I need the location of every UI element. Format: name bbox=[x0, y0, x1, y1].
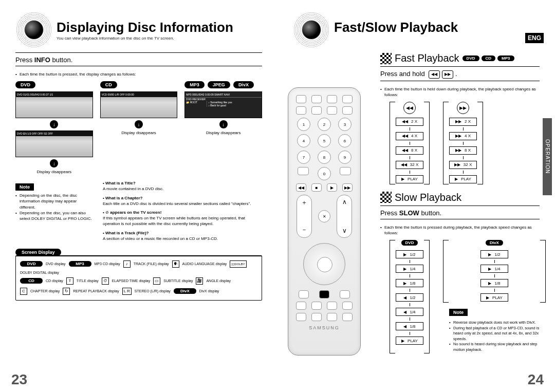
press-slow-instruction: Press SLOW button. bbox=[380, 209, 540, 217]
forward-icon: ▶▶ bbox=[442, 70, 453, 79]
channel-rocker: ∧∨ bbox=[337, 195, 352, 238]
display-disappears: Display disappears bbox=[15, 170, 93, 174]
fast-playback-heading: Fast Playback DVD CD MP3 bbox=[380, 52, 540, 64]
operation-tab: OPERATION bbox=[543, 118, 552, 195]
badge-dvd: DVD bbox=[462, 55, 479, 61]
checker-icon bbox=[380, 192, 392, 203]
press-info-instruction: Press INFO button. bbox=[15, 56, 262, 64]
forward-circle-icon: ▶▶ bbox=[457, 102, 469, 114]
press-hold-instruction: Press and hold ◀◀ ▶▶ . bbox=[380, 70, 540, 79]
title-icon: T bbox=[66, 277, 73, 285]
badge-dvd: DVD bbox=[15, 81, 35, 88]
clock-icon: ⏱ bbox=[102, 277, 109, 285]
screen-display-legend: DVDDVD display MP3MP3 CD display ♪TRACK … bbox=[15, 255, 262, 301]
down-arrow-icon: ↓ bbox=[50, 159, 58, 167]
press-note: Each time the button is pressed, the dis… bbox=[15, 71, 262, 77]
slow-note-items: Reverse slow playback does not work with… bbox=[449, 320, 540, 352]
chapter-icon: C bbox=[20, 288, 27, 295]
right-header: Fast/Slow Playback bbox=[293, 14, 540, 48]
page-number-right: 24 bbox=[528, 371, 544, 388]
definitions: • What is a Title?A movie contained in a… bbox=[103, 179, 262, 245]
page-number-left: 23 bbox=[11, 371, 27, 388]
left-subtitle: You can view playback information on the… bbox=[57, 36, 233, 41]
left-note-items: Depending on the disc, the disc informat… bbox=[15, 193, 92, 221]
fast-rate-diagram: ◀◀ ◀◀2 X ◀◀4 X ◀◀8 X ◀◀32 X ▶PLAY ▶▶ ▶▶2… bbox=[396, 102, 540, 183]
angle-icon: 🎥 bbox=[196, 277, 203, 285]
slow-rate-diagram: DVD ▶1/2 ▶1/4 ▶1/8 ◀1/2 ◀1/4 ◀1/8 ▶PLAY bbox=[396, 240, 540, 352]
rewind-icon: ◀◀ bbox=[429, 70, 440, 79]
slow-playback-heading: Slow Playback bbox=[380, 192, 540, 203]
speaker-icon bbox=[15, 11, 52, 48]
remote-button bbox=[327, 95, 337, 103]
right-title: Fast/Slow Playback bbox=[334, 21, 458, 34]
col-cd: CD VCD 00/00 L/R OFF 0:00:00 ↓ Display d… bbox=[100, 81, 178, 174]
title-rule bbox=[15, 52, 262, 53]
down-arrow-icon: ↓ bbox=[135, 120, 143, 128]
left-header: Displaying Disc Information You can view… bbox=[15, 14, 262, 48]
track-icon: ♪ bbox=[123, 260, 131, 268]
down-arrow-icon: ↓ bbox=[50, 120, 58, 128]
badge-divx: DivX bbox=[486, 240, 503, 246]
down-arrow-icon: ↓ bbox=[219, 120, 228, 128]
screen-mp3: MP3 0001/0042 0:00:09 SMART NAVI DVD REC… bbox=[184, 91, 262, 118]
badge-dvd: DVD bbox=[401, 240, 418, 246]
lr-icon: L R bbox=[122, 288, 132, 295]
screen-dvd-2: DVD EN 1/3 OFF OFF/ 02 OFF bbox=[15, 130, 93, 157]
screen-cd: VCD 00/00 L/R OFF 0:00:00 bbox=[100, 91, 178, 118]
badge-cd: CD bbox=[100, 81, 117, 88]
remote-button bbox=[342, 95, 353, 103]
language-badge: ENG bbox=[525, 33, 544, 43]
audio-icon: 🗣 bbox=[172, 260, 179, 268]
badge-mp3: MP3 bbox=[497, 55, 514, 61]
repeat-icon: ↻ bbox=[63, 288, 70, 295]
volume-rocker: ＋－ bbox=[297, 195, 312, 238]
left-title: Displaying Disc Information bbox=[57, 21, 233, 34]
subtitle-icon: ▭ bbox=[153, 277, 160, 285]
badge-divx: DivX bbox=[233, 81, 254, 88]
manual-spread: Displaying Disc Information You can view… bbox=[0, 0, 555, 392]
remote-control-illustration: 123 456 789 0 ◀◀■▶▶▶ ＋－ ✕ ∧∨ SAMSUNG bbox=[288, 87, 361, 356]
dolby-icon: ▯▯DOLBY bbox=[230, 260, 246, 268]
badge-mp3: MP3 bbox=[184, 81, 205, 88]
badge-jpeg: JPEG bbox=[208, 81, 230, 88]
badge-cd: CD bbox=[482, 55, 496, 61]
col-mp3: MP3 JPEG DivX MP3 0001/0042 0:00:09 SMAR… bbox=[184, 81, 262, 174]
remote-button bbox=[311, 95, 322, 103]
info-button-highlight bbox=[319, 290, 329, 298]
note-label: Note bbox=[449, 309, 468, 316]
display-sequence-columns: DVD DVD 01/01 001/042 0:00:37 1/1 ↓ DVD … bbox=[15, 81, 262, 174]
speaker-icon bbox=[293, 11, 330, 48]
prohibit-icon: ⊘ bbox=[105, 210, 109, 215]
rewind-circle-icon: ◀◀ bbox=[403, 102, 416, 114]
display-disappears: Display disappears bbox=[184, 130, 262, 135]
remote-button bbox=[296, 95, 306, 103]
col-dvd: DVD DVD 01/01 001/042 0:00:37 1/1 ↓ DVD … bbox=[15, 81, 93, 174]
note-label: Note bbox=[15, 183, 34, 191]
samsung-logo: SAMSUNG bbox=[288, 325, 360, 330]
screen-display-label: Screen Display bbox=[15, 249, 61, 256]
checker-icon bbox=[380, 53, 392, 64]
display-disappears: Display disappears bbox=[100, 130, 178, 135]
screen-dvd-1: DVD 01/01 001/042 0:00:37 1/1 bbox=[15, 91, 93, 118]
remote-dpad bbox=[303, 243, 345, 285]
page-23: Displaying Disc Information You can view… bbox=[0, 0, 278, 392]
